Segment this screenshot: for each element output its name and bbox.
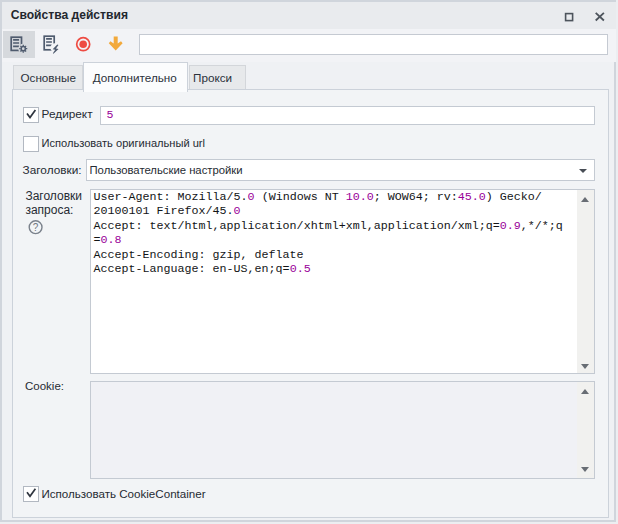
svg-text:?: ? bbox=[33, 221, 39, 232]
